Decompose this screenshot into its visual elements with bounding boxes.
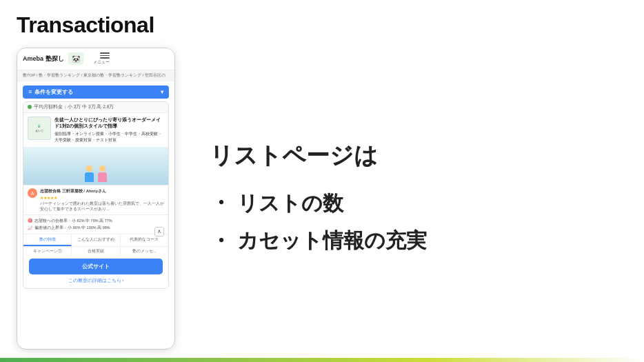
bullet-2-text: カセット情報の充実 (237, 223, 427, 258)
school-tags: 個別指導・オンライン授業・小学生・中学生・高校受験・大学受験・授業対策・テスト対… (54, 131, 164, 143)
bullet-item-1: リストの数 (210, 184, 614, 221)
card-stats: 🎯 志望校への合格率：小 82% 中 79% 高 77% 📈 偏差値の上昇率：小… (23, 214, 168, 233)
monthly-fee-text: 平均月額料金：小 3万 中 3万 高 2.8万 (34, 104, 114, 110)
card-fee-info: 平均月額料金：小 3万 中 3万 高 2.8万 (23, 102, 168, 113)
card-tabs: 塾の特徴 こんな人におすすめ 代表的なコース (23, 234, 168, 246)
filter-icon: ≡ (28, 88, 32, 95)
stat1-text: 志望校への合格率：小 82% 中 79% 高 77% (34, 218, 112, 224)
tab-recommend[interactable]: こんな人におすすめ (72, 234, 120, 246)
cta-button[interactable]: 公式サイト (29, 259, 163, 274)
student-figure-2 (98, 165, 107, 182)
bullet-list: リストの数 カセット情報の充実 (210, 184, 614, 259)
student-body-1 (85, 172, 94, 182)
stat2-text: 偏差値の上昇率：小 96% 中 100% 高 98% (34, 225, 110, 231)
filter-label: 条件を変更する (34, 88, 73, 96)
chevron-right-icon: › (122, 278, 123, 283)
classroom-scene (23, 147, 168, 185)
breadcrumb: 塾TOP / 塾・学習塾ランキング / 東京都の塾・学習塾ランキング / 世田谷… (17, 70, 174, 81)
card-text: 生徒一人ひとりにぴったり寄り添うオーダーメイド1対2の個別スタイルで指導 個別指… (54, 117, 164, 144)
panda-icon: 🐼 (68, 52, 83, 65)
reviewer-name: 志望校合格 三軒茶屋校 / Ahrnyさん (40, 188, 164, 194)
chevron-down-icon: ▾ (161, 89, 163, 95)
reviewer-avatar: A (28, 188, 37, 198)
main-heading: リストページは (210, 138, 614, 173)
bottom-bar (0, 358, 644, 362)
card-image (23, 147, 168, 185)
right-panel: リストページは リストの数 カセット情報の充実 (189, 48, 627, 350)
detail-link-text: この教室の詳細はこちら (68, 278, 121, 283)
phone-header: Ameba 塾探し 🐼 メニュー (17, 48, 174, 70)
bullet-1-text: リストの数 (237, 185, 343, 221)
stat-row-1: 🎯 志望校への合格率：小 82% 中 79% 高 77% (28, 217, 164, 224)
card-body: Eえいご 生徒一人ひとりにぴったり寄り添うオーダーメイド1対2の個別スタイルで指… (23, 113, 168, 148)
card-review: A 志望校合格 三軒茶屋校 / Ahrnyさん ★★★★★ パーティションで囲わ… (23, 185, 168, 214)
review-stars: ★★★★★ (40, 195, 164, 200)
campaign-item-3[interactable]: 塾のメッセ... (121, 247, 168, 256)
student-head-2 (99, 165, 105, 172)
stat-row-2: 📈 偏差値の上昇率：小 96% 中 100% 高 98% (28, 225, 164, 232)
menu-label: メニュー (93, 59, 110, 66)
detail-link[interactable]: この教室の詳細はこちら › (23, 276, 168, 288)
campaign-row: キャンペーン① 合格実績 塾のメッセ... (23, 246, 168, 256)
page-title: Transactional (17, 12, 627, 38)
campaign-item-1[interactable]: キャンペーン① (23, 247, 72, 256)
card-tabs-wrapper: 塾の特徴 こんな人におすすめ 代表的なコース ∧ (23, 234, 168, 246)
school-logo: Eえいご (28, 117, 51, 140)
target-icon: 🎯 (28, 217, 32, 224)
tab-features[interactable]: 塾の特徴 (23, 234, 72, 246)
content-area: Ameba 塾探し 🐼 メニュー 塾TOP / 塾・学習塾ランキング / 東京都… (17, 48, 627, 350)
phone-mockup: Ameba 塾探し 🐼 メニュー 塾TOP / 塾・学習塾ランキング / 東京都… (17, 48, 175, 350)
phone-logo: Ameba 塾探し (23, 54, 64, 63)
chart-icon: 📈 (28, 225, 32, 232)
review-comment: パーティションで囲われた教室は落ち着いた雰囲気で、一人一人が安心して集中できるス… (40, 201, 164, 212)
student-head-1 (86, 165, 92, 172)
scroll-up-button[interactable]: ∧ (154, 227, 164, 237)
student-body-2 (98, 172, 107, 182)
listing-card: 平均月額料金：小 3万 中 3万 高 2.8万 Eえいご 生徒一人ひとりにぴった… (23, 101, 169, 289)
green-dot-icon (28, 105, 32, 109)
campaign-item-2[interactable]: 合格実績 (72, 247, 120, 256)
hamburger-icon (100, 52, 110, 59)
student-figure-1 (85, 165, 94, 182)
menu-button[interactable]: メニュー (93, 52, 110, 66)
school-description: 生徒一人ひとりにぴったり寄り添うオーダーメイド1対2の個別スタイルで指導 (54, 117, 164, 130)
bullet-item-2: カセット情報の充実 (210, 222, 614, 259)
review-text-area: 志望校合格 三軒茶屋校 / Ahrnyさん ★★★★★ パーティションで囲われた… (40, 188, 164, 212)
filter-bar[interactable]: ≡ 条件を変更する ▾ (23, 86, 169, 99)
